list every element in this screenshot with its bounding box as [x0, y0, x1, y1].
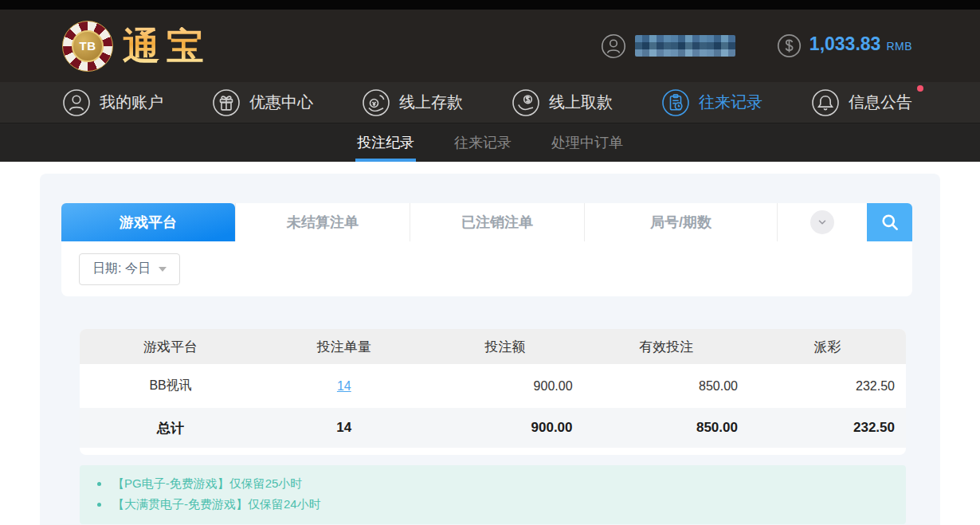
nav-label: 优惠中心 [249, 92, 313, 113]
active-underline [355, 159, 416, 162]
header-right: 1,033.83 RMB [601, 33, 912, 59]
filter-block: 游戏平台 未结算注单 已注销注单 [61, 203, 912, 296]
total-label: 总计 [80, 408, 261, 448]
bullet-icon [97, 482, 101, 486]
nav-item-transaction-records[interactable]: 往来记录 [661, 88, 762, 117]
col-header-payout: 派彩 [749, 329, 906, 364]
nav-item-promotions[interactable]: 优惠中心 [212, 88, 313, 117]
logo-badge: TB [72, 30, 104, 62]
tab-unsettled-bets[interactable]: 未结算注单 [235, 203, 410, 241]
main-nav: 我的账户 优惠中心 线上存款 [0, 82, 980, 123]
chevron-down-icon [810, 210, 834, 234]
bet-count-link[interactable]: 14 [337, 379, 351, 393]
tab-label: 已注销注单 [461, 213, 533, 232]
subnav-tab-bet-records[interactable]: 投注纪录 [355, 123, 416, 162]
total-bet-count: 14 [261, 408, 426, 448]
notice-line: 【大满贯电子-免费游戏】仅保留24小时 [91, 494, 893, 515]
tab-label: 游戏平台 [120, 213, 177, 232]
col-header-bet-count: 投注单量 [261, 329, 426, 364]
table-total-row: 总计 14 900.00 850.00 232.50 [80, 408, 906, 448]
nav-label: 线上取款 [549, 92, 613, 113]
cell-platform: BB视讯 [80, 364, 261, 408]
filter-tabs: 游戏平台 未结算注单 已注销注单 [61, 203, 912, 241]
date-filter-panel: 日期: 今日 [61, 241, 912, 296]
page-body: 游戏平台 未结算注单 已注销注单 [0, 174, 980, 525]
nav-item-deposit[interactable]: 线上存款 [362, 88, 463, 117]
date-filter-label: 日期: 今日 [92, 261, 151, 277]
subnav-label: 处理中订单 [551, 133, 623, 152]
poker-chip-logo-icon: TB [62, 21, 113, 72]
balance-amount: 1,033.83 [809, 33, 881, 55]
subnav-label: 往来记录 [454, 133, 512, 152]
search-icon [880, 212, 900, 233]
cell-bet-amount: 900.00 [427, 364, 584, 408]
dollar-icon [777, 33, 802, 58]
total-payout: 232.50 [749, 408, 906, 448]
caret-down-icon [159, 267, 167, 272]
gift-icon [212, 88, 241, 117]
subnav-tab-transaction-records[interactable]: 往来记录 [453, 123, 513, 162]
sub-nav: 投注纪录 往来记录 处理中订单 [0, 123, 980, 162]
total-bet-amount: 900.00 [427, 408, 584, 448]
results-table-card: 游戏平台 投注单量 投注额 有效投注 派彩 BB视讯 14 900.00 850… [80, 329, 906, 455]
nav-label: 线上存款 [399, 92, 463, 113]
table-row: BB视讯 14 900.00 850.00 232.50 [80, 364, 906, 408]
col-header-valid-bet: 有效投注 [584, 329, 749, 364]
date-filter-button[interactable]: 日期: 今日 [79, 253, 180, 285]
site-header: TB 通宝 1,033.83 RMB [0, 10, 980, 82]
brand-logo[interactable]: TB 通宝 [62, 21, 210, 72]
subnav-tab-processing-orders[interactable]: 处理中订单 [550, 123, 625, 162]
withdraw-icon [512, 88, 540, 117]
nav-item-announcements[interactable]: 信息公告 [811, 88, 912, 117]
tab-label: 未结算注单 [287, 213, 359, 232]
user-icon [62, 88, 91, 117]
cell-payout: 232.50 [749, 364, 906, 408]
cell-valid-bet: 850.00 [584, 364, 749, 408]
username-redacted [635, 35, 735, 57]
bet-summary-table: 游戏平台 投注单量 投注额 有效投注 派彩 BB视讯 14 900.00 850… [80, 329, 906, 448]
table-header-row: 游戏平台 投注单量 投注额 有效投注 派彩 [80, 329, 906, 364]
nav-label: 往来记录 [699, 92, 762, 113]
search-button[interactable] [867, 203, 912, 241]
round-number-input[interactable] [584, 203, 777, 241]
bell-icon [811, 88, 840, 117]
subnav-label: 投注纪录 [357, 133, 414, 152]
col-header-platform: 游戏平台 [80, 329, 261, 364]
notice-text: 【PG电子-免费游戏】仅保留25小时 [112, 473, 302, 494]
info-notice-box: 【PG电子-免费游戏】仅保留25小时 【大满贯电子-免费游戏】仅保留24小时 [80, 465, 906, 524]
tab-game-platform[interactable]: 游戏平台 [61, 203, 235, 241]
tab-cancelled-bets[interactable]: 已注销注单 [410, 203, 584, 241]
brand-name: 通宝 [123, 27, 210, 65]
bullet-icon [97, 503, 101, 507]
nav-label: 信息公告 [849, 92, 912, 113]
nav-label: 我的账户 [100, 92, 163, 113]
col-header-bet-amount: 投注额 [427, 329, 584, 364]
notice-text: 【大满贯电子-免费游戏】仅保留24小时 [112, 494, 321, 515]
filter-dropdown[interactable] [777, 203, 867, 241]
balance-display[interactable]: 1,033.83 RMB [777, 33, 912, 58]
user-account[interactable] [601, 33, 735, 59]
notice-line: 【PG电子-免费游戏】仅保留25小时 [91, 473, 893, 494]
notification-dot [917, 85, 923, 92]
records-icon [661, 88, 690, 117]
avatar-icon [601, 33, 626, 59]
total-valid-bet: 850.00 [584, 408, 749, 448]
balance-currency: RMB [886, 40, 912, 53]
content-card: 游戏平台 未结算注单 已注销注单 [40, 174, 940, 525]
top-black-strip [0, 0, 980, 10]
nav-item-my-account[interactable]: 我的账户 [62, 88, 163, 117]
deposit-icon [362, 88, 390, 117]
nav-item-withdraw[interactable]: 线上取款 [512, 88, 613, 117]
